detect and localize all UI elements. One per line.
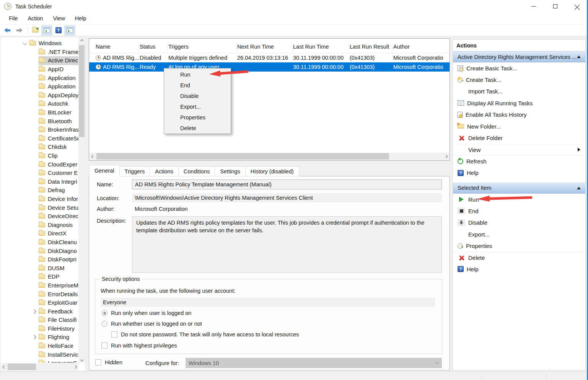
tree-vertical-scrollbar[interactable] [78, 38, 85, 363]
scroll-up-button[interactable] [78, 38, 85, 44]
toggle-console-tree-button[interactable] [42, 26, 52, 35]
radio-run-logged-on[interactable]: Run only when user is logged on [101, 310, 191, 316]
context-menu-item[interactable]: Export... [164, 101, 231, 112]
tree-item[interactable]: Clip [0, 152, 78, 160]
tree-item[interactable]: EnterpriseM [0, 281, 78, 290]
tab-triggers[interactable]: Triggers [119, 166, 150, 176]
toggle-action-pane-button[interactable] [65, 26, 75, 35]
chevron-collapsed-icon[interactable] [32, 335, 36, 339]
context-menu-item[interactable]: End [164, 80, 231, 91]
action-item[interactable]: Display All Running Tasks [453, 97, 585, 109]
chevron-collapsed-icon[interactable] [32, 309, 36, 313]
action-item[interactable]: End [453, 205, 585, 217]
forward-button[interactable] [14, 26, 24, 35]
tree-item[interactable]: CertificateSe [0, 134, 78, 143]
column-header-last-run-time[interactable]: Last Run Time [292, 42, 349, 51]
radio-button-icon[interactable] [101, 310, 108, 316]
tree-item[interactable]: Device Setu [0, 203, 78, 212]
action-item[interactable]: Create Task... [453, 74, 585, 85]
context-menu-item[interactable]: Delete [164, 123, 231, 134]
tree-horizontal-scrollbar[interactable] [1, 363, 78, 370]
action-item[interactable]: Delete Folder [453, 132, 585, 144]
action-item[interactable]: Properties [453, 240, 585, 251]
tree-item[interactable]: DUSM [0, 264, 78, 272]
tree-item[interactable]: Diagnosis [0, 220, 78, 229]
scroll-left-button[interactable] [90, 153, 96, 160]
tree-item[interactable]: EDP [0, 272, 78, 281]
tree-item[interactable]: AppID [0, 65, 78, 74]
minimize-button[interactable] [523, 0, 544, 13]
close-button[interactable] [566, 0, 588, 13]
tree-item[interactable]: DiskCleanu [0, 238, 78, 247]
tree-item[interactable]: Active Direc [0, 56, 78, 65]
back-button[interactable] [2, 26, 13, 35]
tree-item-windows[interactable]: Windows [0, 39, 78, 48]
action-item[interactable]: Help [453, 167, 585, 179]
action-item[interactable]: Enable All Tasks History [453, 109, 585, 121]
tree-item[interactable]: Flighting [0, 333, 78, 342]
tree-item[interactable]: Application [0, 82, 78, 91]
action-item[interactable]: Import Task... [453, 86, 585, 97]
tree-item[interactable]: DiskDiagno [0, 246, 78, 255]
action-item[interactable]: Refresh [453, 155, 585, 167]
column-header-name[interactable]: Name [95, 42, 139, 51]
chevron-expanded-icon[interactable] [23, 41, 27, 45]
tree-item[interactable]: File Classifi [0, 316, 78, 325]
tree-item[interactable]: Autochk [0, 99, 78, 108]
menu-help[interactable]: Help [70, 13, 91, 24]
tree-item[interactable]: Data Integri [0, 178, 78, 186]
scrollbar-thumb[interactable] [79, 45, 85, 137]
radio-button-icon[interactable] [101, 321, 108, 327]
column-header-next-run-time[interactable]: Next Run Time [236, 42, 292, 51]
tree-item[interactable]: ErrorDetails [0, 290, 78, 298]
action-item[interactable]: Disable [453, 217, 585, 228]
tab-settings[interactable]: Settings [215, 166, 245, 176]
radio-run-not-logged-on[interactable]: Run whether user is logged on or not [101, 321, 202, 327]
tree-item[interactable]: .NET Framew [0, 48, 78, 57]
menu-view[interactable]: View [48, 13, 70, 24]
tree-item[interactable]: Customer E [0, 169, 78, 178]
checkbox-icon[interactable] [95, 359, 101, 365]
checkbox-no-password[interactable]: Do not store password. The task will onl… [111, 331, 299, 338]
tree-item[interactable]: Bluetooth [0, 117, 78, 126]
configure-for-select[interactable]: Windows 10 [186, 358, 442, 368]
column-header-last-run-result[interactable]: Last Run Result [349, 42, 393, 51]
export-list-button[interactable] [30, 26, 41, 35]
tab-history[interactable]: History (disabled) [245, 166, 299, 176]
context-menu-item[interactable]: Disable [164, 91, 231, 101]
tree-item[interactable]: BitLocker [0, 108, 78, 117]
scroll-right-button[interactable] [443, 153, 449, 160]
tree-item[interactable]: InstallServic [0, 350, 78, 359]
help-button[interactable] [53, 26, 64, 35]
actions-section-header-folder[interactable]: Active Directory Rights Management Servi… [453, 51, 585, 62]
tab-conditions[interactable]: Conditions [178, 166, 215, 176]
scrollbar-thumb[interactable] [96, 153, 389, 160]
tree-item[interactable]: Application [0, 73, 78, 82]
tree-item[interactable]: AppxDeploy [0, 91, 78, 100]
column-header-status[interactable]: Status [139, 42, 168, 51]
tree-item[interactable]: LanguageC [0, 359, 78, 363]
tab-actions[interactable]: Actions [150, 166, 179, 176]
tree-item[interactable]: DirectX [0, 229, 78, 238]
tree-item[interactable]: HelloFace [0, 342, 78, 351]
tree-item[interactable]: ExploitGuar [0, 298, 78, 307]
column-header-author[interactable]: Author [393, 42, 450, 51]
scroll-down-button[interactable] [78, 356, 85, 363]
checkbox-icon[interactable] [111, 331, 117, 338]
scrollbar-thumb[interactable] [8, 364, 36, 370]
tree-item[interactable]: DiskFootpri [0, 255, 78, 264]
tree-item[interactable]: FileHistory [0, 325, 78, 333]
column-header-triggers[interactable]: Triggers [168, 42, 236, 51]
context-menu-item[interactable]: Properties [164, 112, 231, 123]
tab-general[interactable]: General [89, 165, 120, 176]
scroll-left-button[interactable] [1, 364, 7, 370]
action-item[interactable]: Create Basic Task... [453, 62, 585, 74]
tree-item[interactable]: DeviceDirec [0, 212, 78, 221]
tree-item[interactable]: Device Infor [0, 195, 78, 204]
checkbox-icon[interactable] [101, 342, 108, 349]
tree-item[interactable]: Defrag [0, 186, 78, 195]
maximize-button[interactable] [544, 0, 566, 13]
task-row[interactable]: AD RMS Rig... Disabled Multiple triggers… [89, 53, 450, 62]
tree-item[interactable]: Feedback [0, 307, 78, 316]
action-item[interactable]: Export... [453, 228, 585, 240]
